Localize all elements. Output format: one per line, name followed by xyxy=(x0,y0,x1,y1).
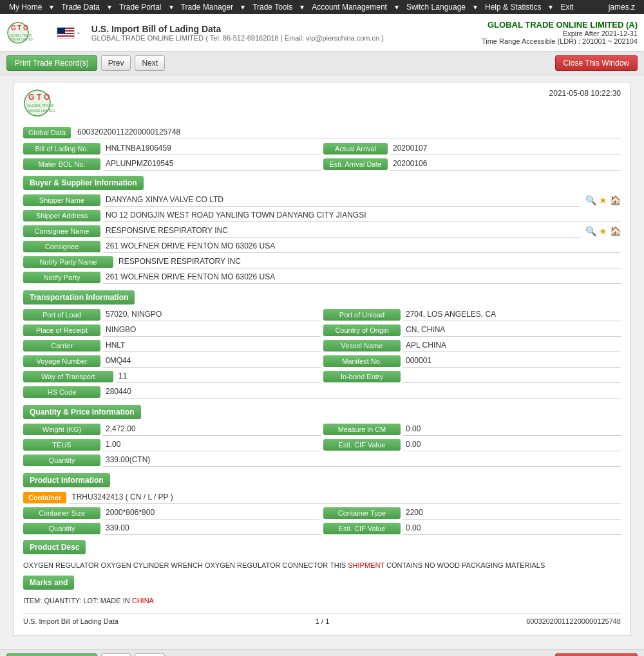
nav-sep7: ▾ xyxy=(469,3,481,12)
marks-china: CHINA xyxy=(132,597,154,604)
nav-sep8: ▾ xyxy=(545,3,556,12)
container-size-type-row: Container Size 2000*806*800 Container Ty… xyxy=(23,507,621,520)
quantity-price-header: Quantity & Price Information xyxy=(23,405,141,419)
esti-arrival-value: 20200106 xyxy=(390,158,621,171)
transport-inbond-row: Way of Transport 11 In-bond Entry xyxy=(23,370,621,383)
header-title-area: U.S. Import Bill of Lading Data GLOBAL T… xyxy=(91,24,384,42)
nav-trade-tools[interactable]: Trade Tools xyxy=(249,3,296,12)
container-size-value: 2000*806*800 xyxy=(103,507,321,520)
container-row: Container TRHU3242413 ( CN / L / PP ) xyxy=(23,491,621,504)
logo-area: G T O GLOBAL TRADE ONLINE LIMITED • U.S.… xyxy=(6,20,384,46)
nav-sep4: ▾ xyxy=(237,3,249,12)
voyage-value: 0MQ44 xyxy=(103,355,321,368)
top-navigation: My Home ▾ Trade Data ▾ Trade Portal ▾ Tr… xyxy=(0,0,644,14)
nav-trade-portal[interactable]: Trade Portal xyxy=(115,3,166,12)
qty2-cif2-row: Quantity 339.00 Esti. CIF Value 0.00 xyxy=(23,522,621,535)
qty2-field: Quantity 339.00 xyxy=(23,522,321,535)
vessel-name-label: Vessel Name xyxy=(323,340,401,351)
shipper-name-value: DANYANG XINYA VALVE CO LTD xyxy=(103,194,580,207)
mater-bol-label: Mater BOL No. xyxy=(23,158,100,170)
bottom-print-button[interactable]: Print Trade Record(s) xyxy=(6,653,97,656)
inbond-label: In-bond Entry xyxy=(323,371,401,382)
shipper-address-value: NO 12 DONGJIN WEST ROAD YANLING TOWN DAN… xyxy=(103,209,621,222)
marks-text: ITEM: QUANTITY: LOT: MADE IN CHINA xyxy=(23,594,621,608)
consignee-label: Consignee xyxy=(23,241,100,252)
username-label: james.z xyxy=(605,3,639,12)
bol-field: Bill of Lading No. HNLTNBA1906459 xyxy=(23,142,321,155)
measure-label: Measure in CM xyxy=(323,424,401,435)
nav-exit[interactable]: Exit xyxy=(556,3,577,12)
vessel-name-field: Vessel Name APL CHINA xyxy=(323,339,621,352)
bottom-next-button[interactable]: Next xyxy=(135,653,165,656)
nav-my-home[interactable]: My Home xyxy=(5,3,46,12)
consignee-star-icon[interactable]: ★ xyxy=(599,226,607,236)
shipper-icons: 🔍 ★ 🏠 xyxy=(585,195,621,205)
measure-field: Measure in CM 0.00 xyxy=(323,423,621,436)
carrier-label: Carrier xyxy=(23,340,100,351)
voyage-field: Voyage Number 0MQ44 xyxy=(23,355,321,368)
consignee-search-icon[interactable]: 🔍 xyxy=(585,226,596,236)
close-button[interactable]: Close This Window xyxy=(555,55,638,71)
shipper-name-row: Shipper Name DANYANG XINYA VALVE CO LTD … xyxy=(23,194,621,207)
actual-arrival-label: Actual Arrival xyxy=(323,143,388,155)
bol-row: Bill of Lading No. HNLTNBA1906459 Actual… xyxy=(23,142,621,155)
manifest-value: 000001 xyxy=(403,355,621,368)
page-title: U.S. Import Bill of Lading Data xyxy=(91,24,384,34)
consignee-name-label: Consignee Name xyxy=(23,225,100,237)
top-toolbar: Print Trade Record(s) Prev Next Close Th… xyxy=(0,52,644,75)
nav-account-management[interactable]: Account Management xyxy=(308,3,391,12)
transportation-header: Transportation Information xyxy=(23,290,135,305)
search-icon[interactable]: 🔍 xyxy=(585,195,596,205)
svg-text:T: T xyxy=(17,24,21,32)
card-logo: G T O GLOBAL TRADE ONLINE LIMITED xyxy=(23,89,81,120)
place-receipt-field: Place of Receipt NINGBO xyxy=(23,324,321,337)
card-footer-middle: 1 / 1 xyxy=(316,617,329,625)
carrier-field: Carrier HNLT xyxy=(23,339,321,352)
home-icon[interactable]: 🏠 xyxy=(610,195,621,205)
nav-trade-manager[interactable]: Trade Manager xyxy=(177,3,238,12)
print-button[interactable]: Print Trade Record(s) xyxy=(6,55,97,71)
header-right: GLOBAL TRADE ONLINE LIMITED (A) Expire A… xyxy=(482,20,638,45)
country-origin-value: CN, CHINA xyxy=(403,324,621,337)
marks-value: ITEM: QUANTITY: LOT: MADE IN xyxy=(23,597,132,604)
nav-trade-data[interactable]: Trade Data xyxy=(57,3,104,12)
hs-code-row: HS Code 280440 xyxy=(23,386,621,398)
global-data-row: Global Data 600320200112200000125748 xyxy=(23,126,621,138)
weight-measure-row: Weight (KG) 2,472.00 Measure in CM 0.00 xyxy=(23,423,621,436)
nav-switch-language[interactable]: Switch Language xyxy=(402,3,469,12)
carrier-vessel-row: Carrier HNLT Vessel Name APL CHINA xyxy=(23,339,621,352)
esti-cif2-label: Esti. CIF Value xyxy=(323,523,401,534)
notify-party-value: 261 WOLFNER DRIVE FENTON MO 63026 USA xyxy=(103,271,621,284)
svg-text:ONLINE LIMITED: ONLINE LIMITED xyxy=(27,109,55,113)
container-type-label: Container Type xyxy=(323,507,401,519)
transport-field: Way of Transport 11 xyxy=(23,370,321,383)
consignee-name-value: RESPONSIVE RESPIRATORY INC xyxy=(103,225,580,238)
prev-button[interactable]: Prev xyxy=(101,55,131,71)
notify-party-row: Notify Party 261 WOLFNER DRIVE FENTON MO… xyxy=(23,271,621,284)
svg-text:G: G xyxy=(11,24,16,32)
nav-help-statistics[interactable]: Help & Statistics xyxy=(481,3,545,12)
star-icon[interactable]: ★ xyxy=(599,195,607,205)
consignee-name-row: Consignee Name RESPONSIVE RESPIRATORY IN… xyxy=(23,225,621,238)
port-unload-label: Port of Unload xyxy=(323,309,401,321)
mater-bol-value: APLUNPMZ019545 xyxy=(103,158,321,171)
notify-party-name-label: Notify Party Name xyxy=(23,256,113,268)
teus-value: 1.00 xyxy=(103,438,321,451)
bottom-prev-button[interactable]: Prev xyxy=(101,653,131,656)
consignee-home-icon[interactable]: 🏠 xyxy=(610,226,621,236)
transport-label: Way of Transport xyxy=(23,371,113,382)
actual-arrival-value: 20200107 xyxy=(390,142,621,155)
product-info-section: Product Information Container TRHU324241… xyxy=(23,471,621,609)
transportation-section: Transportation Information Port of Load … xyxy=(23,288,621,398)
vessel-name-value: APL CHINA xyxy=(403,339,621,352)
global-data-label: Global Data xyxy=(23,127,71,138)
us-flag xyxy=(57,27,75,39)
esti-cif-label: Esti. CIF Value xyxy=(323,439,401,451)
svg-text:GLOBAL TRADE: GLOBAL TRADE xyxy=(10,34,32,37)
next-button[interactable]: Next xyxy=(135,55,165,71)
transport-value: 11 xyxy=(116,370,321,383)
receipt-origin-row: Place of Receipt NINGBO Country of Origi… xyxy=(23,324,621,337)
bottom-close-button[interactable]: Close This Window xyxy=(555,653,638,656)
record-card: G T O GLOBAL TRADE ONLINE LIMITED 2021-0… xyxy=(13,82,631,636)
mater-bol-field: Mater BOL No. APLUNPMZ019545 xyxy=(23,158,321,171)
